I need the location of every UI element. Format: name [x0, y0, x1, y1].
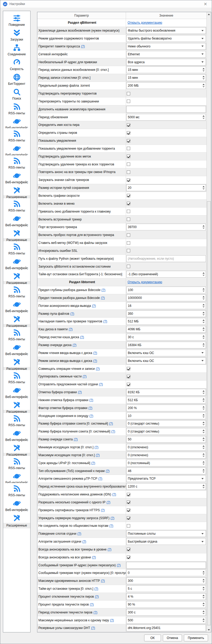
- spin-buttons[interactable]: [201, 75, 206, 81]
- spin-down-icon[interactable]: [203, 314, 205, 316]
- spin-down-icon[interactable]: [203, 393, 205, 394]
- spin-up-icon[interactable]: [203, 335, 205, 337]
- spin-up-icon[interactable]: [203, 414, 205, 415]
- spin-buttons[interactable]: [201, 420, 206, 427]
- help-link[interactable]: (?): [107, 500, 110, 504]
- spin-buttons[interactable]: [201, 389, 206, 395]
- spin-down-icon[interactable]: [203, 409, 205, 410]
- sidebar-item-speed-3[interactable]: Скорость: [3, 57, 30, 72]
- checkbox-unchecked[interactable]: [127, 265, 130, 268]
- spin-box[interactable]: 100: [126, 287, 206, 293]
- apply-button[interactable]: Применить: [184, 635, 208, 641]
- spin-down-icon[interactable]: [203, 78, 205, 80]
- checkbox-unchecked[interactable]: [127, 249, 130, 252]
- combo-box[interactable]: Включить кэш ОС: [126, 357, 206, 364]
- sidebar-item-planet-23[interactable]: Веб-интерфейс: [3, 342, 30, 357]
- help-link[interactable]: (?): [89, 398, 93, 402]
- help-link[interactable]: (?): [93, 351, 97, 355]
- spin-up-icon[interactable]: [203, 485, 205, 486]
- spin-box[interactable]: 1200 с: [126, 483, 206, 490]
- cancel-button[interactable]: Отмена: [163, 635, 182, 641]
- combo-box[interactable]: Все адреса: [126, 59, 206, 66]
- sidebar-item-planet-17[interactable]: Веб-интерфейс: [3, 256, 30, 271]
- spin-down-icon[interactable]: [203, 432, 205, 433]
- text-input[interactable]: [126, 562, 206, 569]
- spin-up-icon[interactable]: [203, 571, 205, 572]
- spin-down-icon[interactable]: [203, 597, 205, 598]
- sidebar-item-tools-24[interactable]: Расширенные: [3, 357, 30, 370]
- sidebar-item-rss-16[interactable]: RSS-ленты: [3, 241, 30, 256]
- spin-buttons[interactable]: [201, 326, 206, 332]
- spin-up-icon[interactable]: [203, 587, 205, 588]
- help-link[interactable]: (?): [101, 296, 105, 300]
- spin-up-icon[interactable]: [203, 430, 205, 431]
- checkbox-checked[interactable]: [127, 194, 130, 197]
- spin-up-icon[interactable]: [203, 469, 205, 470]
- spin-down-icon[interactable]: [203, 401, 205, 402]
- sidebar-item-rss-25[interactable]: RSS-ленты: [3, 370, 30, 385]
- help-link[interactable]: (?): [70, 312, 74, 316]
- spin-up-icon[interactable]: [203, 304, 205, 305]
- spin-buttons[interactable]: [201, 271, 206, 277]
- help-link[interactable]: (?): [101, 508, 105, 512]
- spin-down-icon[interactable]: [203, 306, 205, 308]
- help-link[interactable]: (?): [83, 375, 87, 378]
- combo-box[interactable]: Быстрейшая отдача: [126, 538, 206, 545]
- help-link[interactable]: (?): [69, 327, 73, 331]
- help-link[interactable]: (?): [91, 626, 95, 630]
- spin-box[interactable]: 200 %: [126, 405, 206, 411]
- checkbox-unchecked[interactable]: [127, 241, 130, 245]
- spin-buttons[interactable]: [201, 617, 206, 623]
- checkbox-unchecked[interactable]: [127, 210, 130, 213]
- help-link[interactable]: (?): [111, 430, 115, 433]
- spin-buttons[interactable]: [201, 436, 206, 443]
- checkbox-checked[interactable]: [127, 508, 130, 512]
- help-link[interactable]: (?): [109, 422, 113, 425]
- help-link[interactable]: (?): [78, 390, 82, 394]
- spin-down-icon[interactable]: [203, 424, 205, 425]
- checkbox-unchecked[interactable]: [127, 92, 130, 95]
- checkbox-checked[interactable]: [127, 202, 130, 205]
- help-link[interactable]: (?): [92, 555, 96, 559]
- spin-box[interactable]: -1 (без ограничений): [126, 271, 206, 278]
- spin-buttons[interactable]: [201, 578, 206, 584]
- combo-box[interactable]: Постоянные слоты: [126, 530, 206, 537]
- close-icon[interactable]: ✕: [202, 1, 209, 7]
- spin-box[interactable]: 46: [126, 468, 206, 474]
- checkbox-checked[interactable]: [127, 131, 130, 135]
- help-link[interactable]: (?): [81, 45, 85, 48]
- spin-buttons[interactable]: [201, 82, 206, 89]
- checkbox-unchecked[interactable]: [127, 233, 130, 237]
- spin-up-icon[interactable]: [203, 422, 205, 423]
- spin-buttons[interactable]: [201, 483, 206, 490]
- spin-box[interactable]: 15 мин: [126, 74, 206, 81]
- spin-buttons[interactable]: [201, 185, 206, 191]
- spin-down-icon[interactable]: [203, 573, 205, 575]
- spin-down-icon[interactable]: [203, 416, 205, 418]
- sidebar-item-tools-30[interactable]: Расширенные: [3, 443, 30, 456]
- spin-up-icon[interactable]: [203, 445, 205, 447]
- spin-box[interactable]: 10000000: [126, 294, 206, 301]
- sidebar-item-network-2[interactable]: Соединение: [3, 42, 30, 57]
- sidebar-item-rss-33[interactable]: RSS-ленты: [3, 483, 30, 498]
- spin-up-icon[interactable]: [203, 398, 205, 400]
- help-link[interactable]: (?): [74, 437, 78, 441]
- open-documentation-link[interactable]: Открыть документацию: [126, 280, 162, 284]
- help-link[interactable]: (?): [112, 493, 116, 496]
- spin-buttons[interactable]: [201, 468, 206, 474]
- help-link[interactable]: (?): [101, 579, 105, 583]
- spin-buttons[interactable]: [201, 460, 206, 466]
- spin-box[interactable]: 50: [126, 436, 206, 443]
- help-link[interactable]: (?): [94, 587, 98, 591]
- combo-box[interactable]: Ниже обычного: [126, 43, 206, 50]
- spin-box[interactable]: 0: [126, 569, 206, 576]
- spin-up-icon[interactable]: [203, 437, 205, 439]
- spin-box[interactable]: 20: [126, 184, 206, 191]
- spin-box[interactable]: 5 с: [126, 585, 206, 592]
- help-link[interactable]: (?): [89, 414, 93, 418]
- spin-down-icon[interactable]: [203, 346, 205, 347]
- open-documentation-link[interactable]: Открыть документацию: [126, 21, 162, 24]
- spin-down-icon[interactable]: [203, 471, 205, 473]
- spin-box[interactable]: 39700: [126, 224, 206, 230]
- spin-box[interactable]: 8192 КБ: [126, 389, 206, 396]
